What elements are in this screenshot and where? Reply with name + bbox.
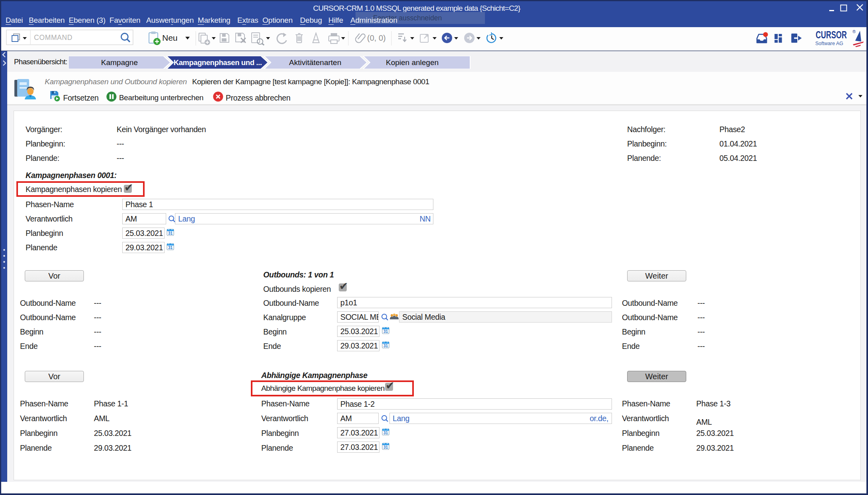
svg-text:(0, 0): (0, 0) <box>367 34 386 42</box>
svg-text:Neu: Neu <box>162 33 178 42</box>
svg-text:31: 31 <box>168 231 173 236</box>
svg-text:Software AG: Software AG <box>815 40 843 46</box>
svg-text:Kampagne: Kampagne <box>101 58 138 67</box>
svg-text:31: 31 <box>383 445 388 449</box>
svg-text:31: 31 <box>168 246 173 250</box>
svg-text:CURSOR: CURSOR <box>816 29 847 40</box>
svg-text:®: ® <box>852 29 856 34</box>
svg-text:31: 31 <box>383 329 388 334</box>
svg-text:Aktivitätenarten: Aktivitätenarten <box>289 58 342 67</box>
svg-text:COMMAND: COMMAND <box>34 34 73 42</box>
svg-text:Kampagnenphasen und ...: Kampagnenphasen und ... <box>173 58 262 67</box>
svg-text:Kopien anlegen: Kopien anlegen <box>386 58 439 67</box>
svg-text:31: 31 <box>383 431 388 435</box>
svg-text:31: 31 <box>383 344 388 348</box>
